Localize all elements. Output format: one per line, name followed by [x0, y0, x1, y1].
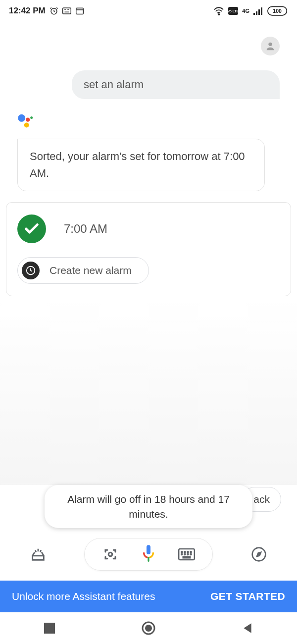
get-started-button[interactable]: GET STARTED — [210, 590, 285, 602]
svg-rect-1 — [62, 8, 71, 14]
alarm-card: 7:00 AM Create new alarm — [6, 202, 291, 296]
svg-point-26 — [184, 551, 185, 552]
status-bar: 12:42 PM Vo LTE 4G 100 — [0, 0, 297, 22]
back-button[interactable] — [238, 618, 257, 638]
svg-point-17 — [18, 114, 25, 122]
checkmark-icon — [17, 215, 46, 243]
bottom-stack: ack Alarm will go off in 18 hours and 17… — [0, 485, 297, 644]
explore-icon[interactable] — [248, 543, 270, 565]
volte-icon: Vo LTE — [228, 7, 238, 15]
svg-rect-6 — [64, 12, 69, 13]
create-alarm-chip[interactable]: Create new alarm — [17, 257, 149, 284]
svg-point-27 — [187, 551, 188, 552]
svg-rect-14 — [261, 7, 262, 15]
calendar-status-icon — [75, 7, 84, 15]
svg-rect-7 — [76, 8, 83, 14]
status-time: 12:42 PM — [9, 6, 46, 16]
svg-rect-2 — [64, 9, 65, 10]
battery-icon: 100 — [267, 6, 288, 16]
user-message-bubble: set an alarm — [72, 70, 280, 99]
assistant-reply-bubble: Sorted, your alarm's set for tomorrow at… — [17, 139, 265, 191]
clock-icon — [22, 262, 40, 279]
signal-icon — [253, 7, 263, 15]
lens-icon[interactable] — [99, 543, 121, 565]
svg-rect-23 — [147, 545, 150, 554]
svg-rect-11 — [253, 13, 255, 15]
svg-rect-13 — [258, 9, 260, 15]
updates-icon[interactable] — [27, 543, 49, 565]
svg-point-32 — [190, 554, 191, 555]
wifi-icon — [213, 6, 224, 15]
svg-point-30 — [184, 554, 185, 555]
svg-rect-4 — [67, 9, 68, 10]
alarm-time: 7:00 AM — [64, 222, 107, 236]
network-label: 4G — [242, 8, 249, 14]
assistant-input-row — [0, 535, 297, 581]
input-pill — [84, 538, 213, 571]
assistant-logo-icon — [17, 114, 297, 131]
home-button[interactable] — [139, 618, 158, 638]
svg-rect-35 — [44, 623, 55, 634]
mic-icon[interactable] — [138, 543, 159, 565]
svg-point-18 — [26, 118, 30, 122]
svg-point-19 — [24, 123, 29, 128]
svg-point-16 — [268, 43, 272, 46]
svg-rect-3 — [65, 9, 66, 10]
recents-button[interactable] — [40, 618, 59, 638]
banner-text: Unlock more Assistant features — [12, 590, 155, 602]
svg-rect-33 — [183, 557, 191, 558]
battery-label: 100 — [273, 8, 282, 14]
svg-point-20 — [30, 116, 33, 119]
svg-rect-5 — [68, 9, 69, 10]
keyboard-status-icon — [62, 7, 71, 14]
svg-point-37 — [145, 625, 152, 632]
svg-point-22 — [108, 552, 112, 556]
svg-point-25 — [181, 551, 182, 552]
user-avatar[interactable] — [261, 37, 280, 55]
svg-point-28 — [190, 551, 191, 552]
keyboard-icon[interactable] — [176, 543, 198, 565]
android-navbar — [0, 612, 297, 644]
create-alarm-label: Create new alarm — [50, 265, 132, 276]
svg-point-8 — [218, 14, 220, 15]
svg-point-29 — [181, 554, 182, 555]
svg-rect-12 — [256, 11, 257, 15]
svg-point-31 — [187, 554, 188, 555]
alarm-icon — [50, 6, 58, 15]
svg-text:Vo LTE: Vo LTE — [228, 9, 238, 13]
promo-banner: Unlock more Assistant features GET START… — [0, 581, 297, 612]
snackbar-toast: Alarm will go off in 18 hours and 17 min… — [45, 485, 252, 528]
